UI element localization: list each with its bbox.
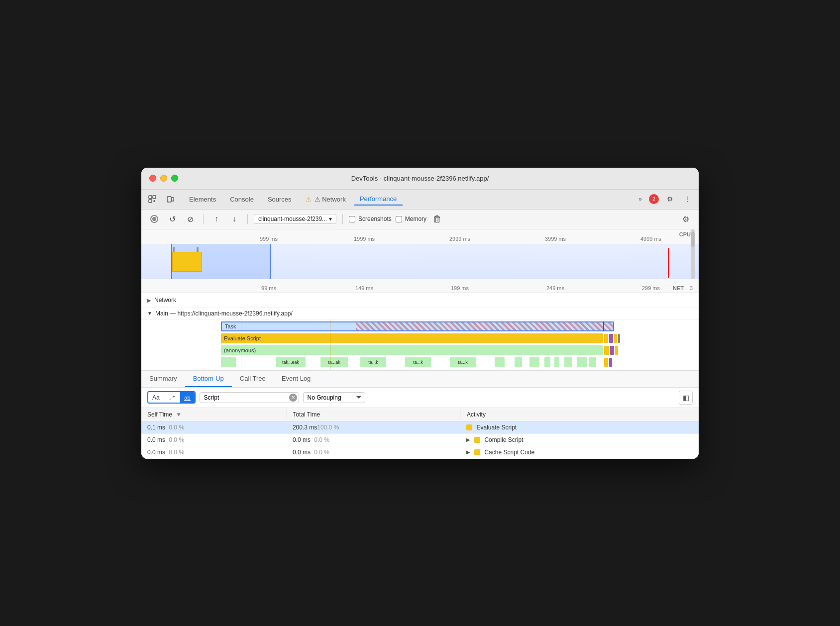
timeline-chart[interactable]: ‖ ‖ [141,244,699,279]
small-bar-0[interactable] [221,357,236,367]
small-bar-4[interactable]: ta...k [405,357,431,367]
more-tabs-button[interactable]: » [635,194,645,205]
small-bar-5[interactable]: ta...k [450,357,476,367]
table-row[interactable]: 0.1 ms 0.0 % 200.3 ms100.0 % Evaluate Sc… [141,421,699,433]
grouping-select[interactable]: No Grouping Group by URL Group by Activi… [303,392,365,403]
close-button[interactable] [149,175,156,182]
svg-point-6 [152,217,156,221]
memory-label: Memory [405,215,426,222]
window-title: DevTools - clinquant-mousse-2f2396.netli… [351,175,489,182]
table-row[interactable]: 0.0 ms 0.0 % 0.0 ms 0.0 % ▶ Compile Scri… [141,433,699,446]
small-bars-row: tak...eak ta...ak ta...k ta...k ta...k [221,357,699,368]
small-bar-13[interactable] [589,357,596,367]
filter-right: ◧ [679,391,693,405]
upload-button[interactable]: ↑ [210,212,223,226]
task-label: Task [225,323,236,329]
memory-checkbox[interactable] [396,216,402,222]
download-button[interactable]: ↓ [227,212,241,226]
title-bar: DevTools - clinquant-mousse-2f2396.netli… [141,168,699,190]
table-head: Self Time ▼ Total Time Activity [141,408,699,421]
toolbar-right: ⚙ [679,212,693,226]
network-track: ▶ Network [141,293,699,308]
activity-content-2: ▶ Compile Script [466,436,693,443]
filter-clear-button[interactable]: ✕ [289,394,297,402]
tab-summary[interactable]: Summary [141,371,185,387]
activity-icon-3 [474,449,480,455]
network-track-triangle[interactable]: ▶ [147,298,151,303]
table-row[interactable]: 0.0 ms 0.0 % 0.0 ms 0.0 % ▶ Cache Script… [141,446,699,458]
refresh-record-button[interactable]: ↺ [165,212,179,226]
performance-settings-icon[interactable]: ⚙ [679,212,693,226]
ruler-ticks: 999 ms 1999 ms 2999 ms 3999 ms 4999 ms [221,236,699,242]
activity-icon-1 [466,424,472,430]
maximize-button[interactable] [171,175,178,182]
filter-bar: Aa .* ab ✕ No Grouping Group by URL Grou… [141,388,699,408]
bottom-tabs: Summary Bottom-Up Call Tree Event Log [141,371,699,388]
expand-arrow-icon-2[interactable]: ▶ [466,437,470,442]
red-marker [668,248,669,278]
net-ruler: 99 ms 149 ms 199 ms 249 ms 299 ms NET 3 [141,279,699,293]
tab-bar: Elements Console Sources ⚠ ⚠ Network Per… [141,190,699,209]
tab-elements[interactable]: Elements [183,194,222,205]
small-bar-3[interactable]: ta...k [360,357,386,367]
memory-icon[interactable]: 🗑 [430,212,444,226]
filter-regex-button[interactable]: .* [164,392,181,403]
dropdown-arrow-icon: ▾ [329,215,332,222]
anon-bar[interactable]: (anonymous) [221,345,603,355]
url-selector[interactable]: clinquant-mousse-2f239... ▾ [254,214,336,224]
tab-console[interactable]: Console [224,194,260,205]
task-bar[interactable]: Task [221,321,614,331]
small-bar-11[interactable] [564,357,572,367]
warning-icon: ⚠ [306,196,312,203]
activity-content-3: ▶ Cache Script Code [466,449,693,456]
eval-label: Evaluate Script [224,335,261,341]
tab-event-log[interactable]: Event Log [274,371,319,387]
error-badge: 2 [649,194,659,204]
settings-icon[interactable]: ⚙ [663,192,677,206]
ruler-tick-3: 2999 ms [412,236,508,242]
tab-sources[interactable]: Sources [262,194,298,205]
expand-arrow-icon-3[interactable]: ▶ [466,449,470,455]
small-bar-10[interactable] [554,357,559,367]
svg-rect-1 [153,196,156,199]
tab-bottom-up[interactable]: Bottom-Up [185,371,232,387]
svg-rect-4 [172,198,174,201]
th-activity[interactable]: Activity [460,408,699,421]
task-red-marker [603,321,604,331]
minimize-button[interactable] [160,175,167,182]
anon-activity-bars [604,345,618,355]
filter-match-button[interactable]: ab [180,392,194,403]
small-bar-1[interactable]: tak...eak [276,357,306,367]
more-options-icon[interactable]: ⋮ [681,192,695,206]
filter-buttons: Aa .* ab [147,391,196,404]
inspect-icon[interactable] [145,192,159,206]
timeline-yellow-block [172,252,202,272]
small-bar-7[interactable] [515,357,522,367]
main-track-arrow[interactable]: ▼ [147,311,152,316]
th-self-time[interactable]: Self Time ▼ [141,408,287,421]
tab-performance[interactable]: Performance [354,193,403,206]
small-bar-6[interactable] [495,357,505,367]
small-bar-8[interactable] [529,357,539,367]
screenshots-label: Screenshots [358,215,392,222]
tab-network[interactable]: ⚠ ⚠ Network [300,194,352,205]
small-bar-9[interactable] [544,357,550,367]
filter-aa-button[interactable]: Aa [148,392,164,403]
small-bar-12[interactable] [577,357,587,367]
net-tick-1: 99 ms [221,285,316,291]
filter-input[interactable] [200,392,299,403]
clear-button[interactable]: ⊘ [183,212,197,226]
svg-rect-0 [149,196,152,199]
th-total-time[interactable]: Total Time [287,408,461,421]
eval-bar[interactable]: Evaluate Script [221,333,603,343]
device-icon[interactable] [163,192,177,206]
self-time-cell-1: 0.1 ms 0.0 % [141,421,287,433]
tab-call-tree[interactable]: Call Tree [232,371,274,387]
performance-toolbar: ↺ ⊘ ↑ ↓ clinquant-mousse-2f239... ▾ Scre… [141,209,699,229]
screenshots-checkbox[interactable] [349,216,355,222]
anon-label: (anonymous) [224,347,256,353]
small-bar-2[interactable]: ta...ak [320,357,348,367]
record-button[interactable] [147,212,161,226]
data-table: Self Time ▼ Total Time Activity 0.1 ms [141,408,699,459]
sidebar-toggle-button[interactable]: ◧ [679,391,693,405]
